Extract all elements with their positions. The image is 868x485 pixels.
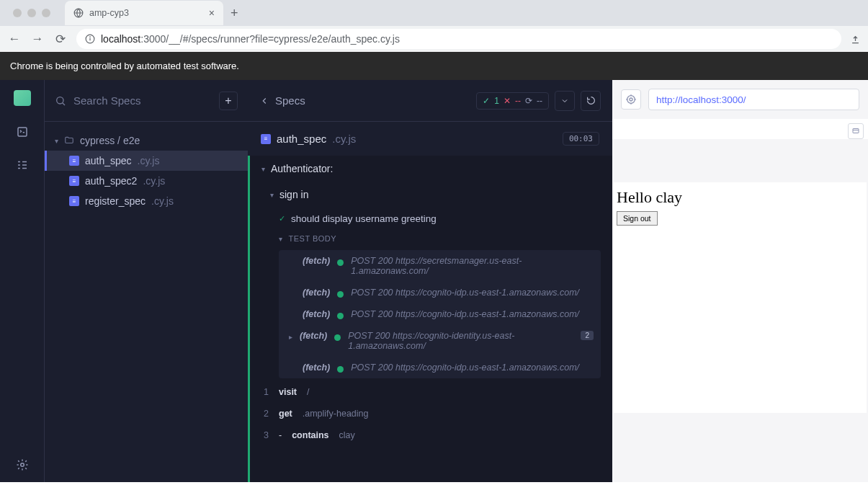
step-number: 2 <box>260 409 269 419</box>
tab-title: amp-cyp3 <box>89 8 203 18</box>
spec-file-row[interactable]: ≡register_spec.cy.js <box>45 191 248 211</box>
svg-point-9 <box>630 98 632 101</box>
viewport-button[interactable] <box>555 91 575 111</box>
duration-badge: 00:03 <box>563 132 599 146</box>
status-dot-icon <box>337 313 344 319</box>
file-name: auth_spec <box>85 155 132 166</box>
specs-breadcrumb[interactable]: Specs <box>259 94 305 107</box>
file-ext: .cy.js <box>151 195 174 207</box>
tab-row: amp-cyp3 × + <box>0 0 868 26</box>
command-block: (fetch)POST 200 https://secretsmanager.u… <box>279 250 601 378</box>
folder-row[interactable]: ▾ cypress / e2e <box>45 130 248 151</box>
file-ext: .cy.js <box>143 175 165 187</box>
runner-panel: Specs ✓1 ✕-- ⟳-- ≡ auth_spec.cy.js <box>248 80 612 482</box>
svg-rect-4 <box>18 128 27 136</box>
svg-point-3 <box>90 37 91 37</box>
back-button[interactable]: ← <box>7 32 22 46</box>
svg-point-5 <box>20 463 24 467</box>
runs-nav-icon[interactable] <box>15 158 30 172</box>
chevron-down-icon: ▾ <box>261 165 265 173</box>
url-text: localhost:3000/__/#/specs/runner?file=cy… <box>101 33 400 45</box>
share-icon[interactable] <box>850 34 861 45</box>
request-line: POST 200 https://cognito-idp.us-east-1.a… <box>351 288 591 298</box>
command-step[interactable]: 2get.amplify-heading <box>250 403 612 424</box>
test-row[interactable]: ✓ should display username greeting <box>250 208 612 230</box>
x-icon: ✕ <box>504 96 511 106</box>
spec-title-row: ≡ auth_spec.cy.js 00:03 <box>248 122 612 156</box>
preview-toolbar: http://localhost:3000/ <box>612 80 868 119</box>
request-line: POST 200 https://cognito-idp.us-east-1.a… <box>351 362 591 373</box>
request-line: POST 200 https://secretsmanager.us-east-… <box>351 256 591 276</box>
globe-icon <box>73 8 84 18</box>
add-spec-button[interactable]: + <box>219 92 238 110</box>
spec-title: ≡ auth_spec.cy.js <box>261 133 356 145</box>
fetch-tag: (fetch) <box>303 362 330 373</box>
spec-panel: + ▾ cypress / e2e ≡auth_spec.cy.js≡auth_… <box>45 80 248 482</box>
info-icon <box>85 34 95 44</box>
status-dot-icon <box>334 334 341 341</box>
check-icon: ✓ <box>483 96 490 106</box>
browser-chrome: amp-cyp3 × + ← → ⟳ localhost:3000/__/#/s… <box>0 0 868 52</box>
app-under-test[interactable]: Hello clay Sign out <box>614 182 867 413</box>
svg-point-8 <box>627 96 635 104</box>
request-line: POST 200 https://cognito-idp.us-east-1.a… <box>351 309 591 319</box>
chevron-right-icon: ▸ <box>289 333 292 341</box>
fetch-command[interactable]: ▸(fetch)POST 200 https://cognito-identit… <box>279 325 601 357</box>
close-icon[interactable]: × <box>209 7 215 19</box>
restart-button[interactable] <box>581 91 601 111</box>
window-controls[interactable] <box>6 9 58 17</box>
fetch-command[interactable]: (fetch)POST 200 https://cognito-idp.us-e… <box>279 357 601 378</box>
file-ext: .cy.js <box>138 155 160 166</box>
chevron-down-icon: ▾ <box>279 235 283 243</box>
spec-tree: ▾ cypress / e2e ≡auth_spec.cy.js≡auth_sp… <box>45 122 248 220</box>
suite-row[interactable]: ▾ Authenticator: <box>250 156 612 182</box>
svg-point-6 <box>57 97 63 103</box>
suite-row[interactable]: ▾ sign in <box>250 182 612 208</box>
browser-tab[interactable]: amp-cyp3 × <box>65 1 223 25</box>
nav-rail <box>0 80 45 482</box>
new-tab-button[interactable]: + <box>231 6 238 21</box>
chevron-down-icon: ▾ <box>55 137 58 145</box>
app-root: + ▾ cypress / e2e ≡auth_spec.cy.js≡auth_… <box>0 80 868 482</box>
step-arg: clay <box>339 430 355 440</box>
runner-header: Specs ✓1 ✕-- ⟳-- <box>248 80 612 122</box>
step-arg: / <box>307 387 309 397</box>
forward-button[interactable]: → <box>30 32 45 46</box>
spec-search: + <box>45 80 248 122</box>
spec-file-row[interactable]: ≡auth_spec.cy.js <box>45 151 248 171</box>
chevron-down-icon: ▾ <box>270 191 274 199</box>
search-input[interactable] <box>73 94 212 107</box>
selector-playground-button[interactable] <box>621 89 641 110</box>
step-arg: .amplify-heading <box>303 409 369 419</box>
status-dot-icon <box>337 259 344 266</box>
fetch-command[interactable]: (fetch)POST 200 https://cognito-idp.us-e… <box>279 282 601 303</box>
command-step[interactable]: 3- containsclay <box>250 424 612 446</box>
file-icon: ≡ <box>69 196 79 206</box>
settings-nav-icon[interactable] <box>15 458 30 472</box>
specs-nav-icon[interactable] <box>15 125 30 139</box>
fetch-tag: (fetch) <box>300 331 327 341</box>
command-step[interactable]: 1visit/ <box>250 381 612 403</box>
step-number: 3 <box>260 430 269 440</box>
request-line: POST 200 https://cognito-identity.us-eas… <box>348 331 591 351</box>
test-body-label[interactable]: ▾ TEST BODY <box>250 230 612 247</box>
viewport-icon[interactable] <box>848 123 864 139</box>
fetch-command[interactable]: (fetch)POST 200 https://secretsmanager.u… <box>279 250 601 282</box>
pending-icon: ⟳ <box>525 96 532 106</box>
greeting-heading: Hello clay <box>617 188 864 207</box>
file-icon: ≡ <box>69 156 79 166</box>
fetch-tag: (fetch) <box>303 256 330 266</box>
stats-box: ✓1 ✕-- ⟳-- <box>476 92 549 110</box>
cypress-logo[interactable] <box>14 90 31 106</box>
spec-file-row[interactable]: ≡auth_spec2.cy.js <box>45 171 248 191</box>
signout-button[interactable]: Sign out <box>617 211 658 226</box>
address-bar[interactable]: localhost:3000/__/#/specs/runner?file=cy… <box>76 29 841 49</box>
reload-button[interactable]: ⟳ <box>53 32 68 47</box>
file-name: register_spec <box>85 195 146 207</box>
preview-body: Hello clay Sign out <box>612 139 868 482</box>
status-dot-icon <box>337 291 344 298</box>
count-badge: 2 <box>581 331 594 340</box>
fetch-command[interactable]: (fetch)POST 200 https://cognito-idp.us-e… <box>279 303 601 325</box>
fetch-tag: (fetch) <box>303 309 330 319</box>
preview-url[interactable]: http://localhost:3000/ <box>648 89 859 110</box>
